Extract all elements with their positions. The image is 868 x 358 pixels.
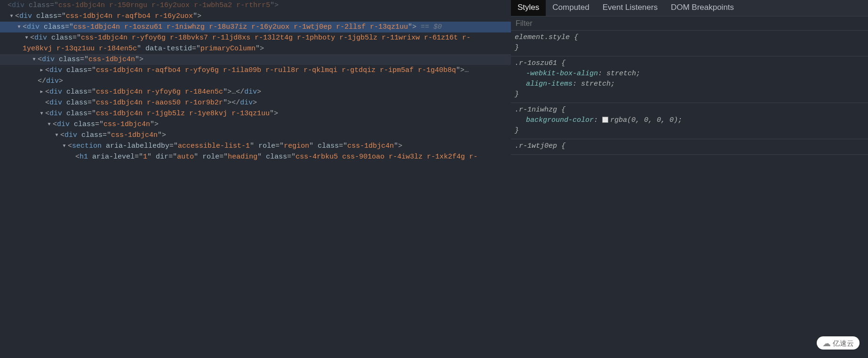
dom-token-punct: =": [50, 1, 58, 9]
dom-token-val: heading: [228, 153, 257, 161]
css-declaration[interactable]: background-color: rgba(0, 0, 0, 0);: [515, 115, 863, 126]
dom-token-halo: == $0: [421, 23, 442, 31]
tab-dom-breakpoints[interactable]: DOM Breakpoints: [664, 0, 741, 16]
dom-token-punct: ">: [255, 45, 264, 53]
css-prop-name[interactable]: -webkit-box-align: [526, 70, 598, 78]
dom-token-punct: =": [168, 153, 177, 161]
dom-token-punct: [77, 131, 81, 139]
dom-token-val: auto: [177, 153, 194, 161]
elements-panel[interactable]: <div class="css-1dbjc4n r-150rngu r-16y2…: [0, 0, 511, 358]
expand-arrow-icon[interactable]: [40, 109, 45, 119]
dom-token-tag: div: [34, 34, 47, 42]
css-prop-value[interactable]: stretch;: [606, 70, 640, 78]
dom-token-val: css-1dbjc4n: [111, 131, 158, 139]
expand-arrow-icon[interactable]: [62, 141, 68, 151]
dom-token-punct: "></: [223, 99, 240, 107]
dom-tree-line[interactable]: <h1 aria-level="1" dir="auto" role="head…: [0, 151, 511, 162]
dom-token-punct: =": [88, 88, 96, 96]
dom-tree-line[interactable]: <div class="css-1dbjc4n r-150rngu r-16y2…: [0, 0, 511, 11]
color-swatch-icon[interactable]: [602, 117, 608, 123]
dom-tree[interactable]: <div class="css-1dbjc4n r-150rngu r-16y2…: [0, 0, 511, 162]
css-prop-value[interactable]: rgba(0, 0, 0, 0);: [610, 116, 682, 124]
css-rule-selector-line: element.style {: [515, 32, 863, 43]
dom-token-punct: =": [65, 23, 73, 31]
dom-token-punct: <: [15, 12, 19, 20]
dom-token-punct: ">: [394, 142, 402, 150]
dom-token-attr: dir: [156, 153, 168, 161]
dom-tree-line[interactable]: <div class="css-1dbjc4n">: [0, 119, 511, 130]
expand-arrow-icon[interactable]: [40, 65, 45, 75]
dom-tree-line[interactable]: <div class="css-1dbjc4n r-1oszu61 r-1niw…: [0, 22, 511, 32]
expand-arrow-icon[interactable]: [17, 22, 23, 32]
brace-close: }: [515, 127, 519, 135]
dom-token-punct: <: [68, 142, 72, 150]
dom-token-punct: [62, 99, 66, 107]
expand-arrow-icon[interactable]: [47, 119, 53, 129]
dom-token-punct: <: [75, 153, 80, 161]
css-rule-selector-line: .r-1wtj0ep {: [515, 141, 863, 151]
dom-token-punct: ">: [193, 12, 201, 20]
dom-tree-line[interactable]: </div>: [0, 76, 511, 87]
dom-token-val: css-1dbjc4n r-yfoy6g r-184en5c: [96, 88, 223, 96]
expand-arrow-icon[interactable]: [40, 87, 45, 97]
colon: :: [594, 116, 602, 124]
dom-token-punct: <: [45, 110, 49, 118]
css-rule[interactable]: .r-1niwhzg {background-color: rgba(0, 0,…: [511, 103, 868, 139]
dom-tree-line[interactable]: <div class="css-1dbjc4n">: [0, 54, 511, 65]
css-rule[interactable]: .r-1wtj0ep {: [511, 139, 868, 155]
dom-token-val: 1ye8kvj r-13qz1uu r-184en5c: [23, 45, 137, 53]
dom-token-tag: div: [49, 110, 62, 118]
dom-tree-line[interactable]: <div class="css-1dbjc4n">: [0, 130, 511, 141]
css-declaration[interactable]: align-items: stretch;: [515, 79, 863, 89]
dom-token-val: css-1dbjc4n r-150rngu r-16y2uox r-1wbh5a…: [58, 1, 270, 9]
expand-arrow-icon[interactable]: [24, 33, 30, 43]
dom-token-attr: class: [81, 131, 103, 139]
brace-close: }: [515, 90, 519, 98]
expand-arrow-icon[interactable]: [32, 55, 38, 64]
dom-token-punct: =": [88, 99, 96, 107]
dom-token-punct: >: [253, 99, 257, 107]
dom-token-punct: =": [219, 153, 228, 161]
dom-token-tag: div: [64, 131, 77, 139]
dom-tree-line[interactable]: <div class="css-1dbjc4n r-aqfbo4 r-16y2u…: [0, 11, 511, 22]
dom-tree-line[interactable]: <div class="css-1dbjc4n r-yfoy6g r-184en…: [0, 87, 511, 97]
css-selector[interactable]: .r-1wtj0ep: [515, 142, 561, 150]
dom-token-val: css-1dbjc4n r-1jgb5lz r-1ye8kvj r-13qz1u…: [96, 110, 270, 118]
dom-token-attr: class: [318, 142, 339, 150]
dom-tree-line[interactable]: 1ye8kvj r-13qz1uu r-184en5c" data-testid…: [0, 43, 511, 54]
dom-token-punct: =": [275, 142, 284, 150]
css-declaration[interactable]: -webkit-box-align: stretch;: [515, 69, 863, 79]
styles-filter-input[interactable]: [516, 19, 863, 28]
expand-arrow-icon[interactable]: [9, 11, 15, 21]
css-prop-name[interactable]: align-items: [526, 80, 573, 88]
dom-tree-line[interactable]: <div class="css-1dbjc4n r-aqfbo4 r-yfoy6…: [0, 65, 511, 76]
dom-token-val: css-1dbjc4n: [88, 56, 135, 64]
css-selector[interactable]: .r-1oszu61: [515, 59, 561, 67]
css-prop-name[interactable]: background-color: [526, 116, 594, 124]
dom-token-punct: </: [38, 77, 46, 85]
tab-computed[interactable]: Computed: [546, 0, 596, 16]
dom-tree-line[interactable]: <div class="css-1dbjc4n r-yfoy6g r-18bvk…: [0, 32, 511, 43]
css-selector[interactable]: element.style: [515, 33, 574, 41]
dom-token-punct: ": [137, 45, 145, 53]
dom-tree-line[interactable]: <div class="css-1dbjc4n r-1jgb5lz r-1ye8…: [0, 108, 511, 119]
tab-event-listeners[interactable]: Event Listeners: [596, 0, 664, 16]
dom-token-punct: =": [169, 142, 178, 150]
css-prop-value[interactable]: stretch;: [581, 80, 615, 88]
watermark: ☁ 亿速云: [817, 336, 860, 350]
tab-styles[interactable]: Styles: [511, 0, 546, 16]
dom-tree-line[interactable]: <div class="css-1dbjc4n r-aaos50 r-1or9b…: [0, 97, 511, 108]
dom-token-punct: [47, 34, 51, 42]
dom-token-tag: section: [72, 142, 102, 150]
css-rule[interactable]: element.style {}: [511, 31, 868, 56]
css-rule[interactable]: .r-1oszu61 {-webkit-box-align: stretch;a…: [511, 56, 868, 103]
dom-token-punct: <: [38, 56, 42, 64]
dom-token-punct: ">: [223, 88, 231, 96]
css-selector[interactable]: .r-1niwhzg: [515, 106, 561, 114]
dom-token-punct: =": [57, 12, 66, 20]
dom-token-punct: >: [59, 77, 63, 85]
dom-token-attr: class: [66, 88, 88, 96]
expand-arrow-icon[interactable]: [55, 130, 60, 140]
css-rule-selector-line: .r-1niwhzg {: [515, 105, 863, 115]
dom-tree-line[interactable]: <section aria-labelledby="accessible-lis…: [0, 141, 511, 151]
